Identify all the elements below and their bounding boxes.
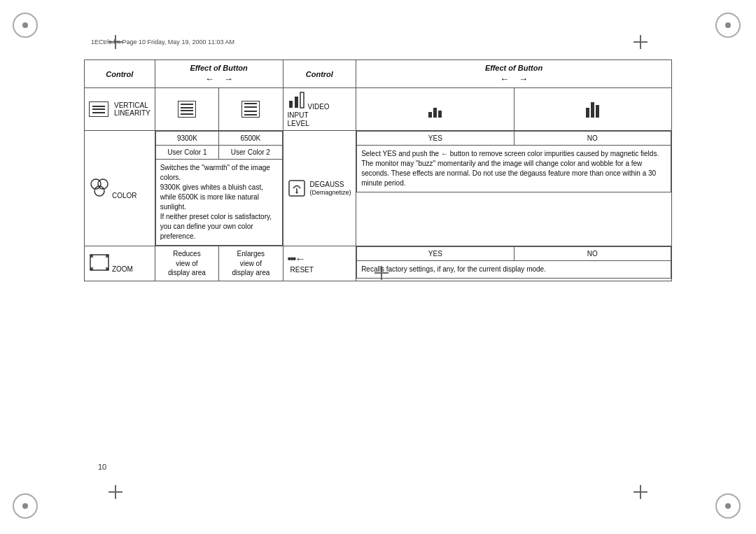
color-desc-row: Switches the "warmth" of the image color… xyxy=(155,160,282,246)
svg-marker-16 xyxy=(90,267,94,270)
video-input-icon xyxy=(288,91,306,109)
table-header-row: Control Effect of Button ← → Control xyxy=(85,60,672,88)
vil-control-cell: VIDEO INPUTLEVEL xyxy=(283,88,356,131)
degauss-no: NO xyxy=(514,132,671,146)
reset-inner-table: YES NO Recalls factory settings, if any,… xyxy=(356,246,671,279)
file-info: 1ECtrls.fm Page 10 Friday, May 19, 2000 … xyxy=(91,38,234,45)
corner-decoration-tl xyxy=(13,13,41,41)
color-user1: User Color 1 xyxy=(155,146,218,160)
vil-before-icon xyxy=(428,99,442,118)
header-control-2: Control xyxy=(283,60,356,88)
arrow-left-1: ← xyxy=(205,73,214,84)
color-description: Switches the "warmth" of the image color… xyxy=(155,160,282,246)
vil-before-cell xyxy=(356,88,514,131)
svg-rect-0 xyxy=(289,101,293,108)
svg-rect-2 xyxy=(300,92,304,108)
zoom-control-cell: ZOOM xyxy=(85,246,155,281)
color-effect-cell: 9300K 6500K User Color 1 User Color 2 Sw… xyxy=(155,131,283,246)
corner-decoration-bl xyxy=(13,493,41,521)
vlin-after-cell xyxy=(219,88,283,131)
vil-after-cell xyxy=(514,88,672,131)
page-number: 10 xyxy=(98,463,106,471)
cross-mark-tr xyxy=(634,35,648,49)
header-effect-2: Effect of Button ← → xyxy=(356,60,672,88)
degauss-yes: YES xyxy=(357,132,514,146)
zoom-label: ZOOM xyxy=(112,265,133,273)
arrow-right-1: → xyxy=(224,73,233,84)
reset-yesno-row: YES NO xyxy=(357,247,671,261)
header-effect-1: Effect of Button ← → xyxy=(155,60,283,88)
vlin-after-icon xyxy=(241,101,260,118)
color-user-row: User Color 1 User Color 2 xyxy=(155,146,282,160)
degauss-yesno-row: YES NO xyxy=(357,132,671,146)
row-linearity: VERTICALLINEARITY xyxy=(85,88,672,131)
color-temp-row: 9300K 6500K xyxy=(155,132,282,146)
reset-no: NO xyxy=(514,247,671,261)
color-inner-table: 9300K 6500K User Color 1 User Color 2 Sw… xyxy=(155,131,283,246)
reset-desc-row: Recalls factory settings, if any, for th… xyxy=(357,261,671,279)
color-6500k: 6500K xyxy=(219,132,282,146)
reset-yes: YES xyxy=(357,247,514,261)
vlin-control-cell: VERTICALLINEARITY xyxy=(85,88,155,131)
degauss-inner-table: YES NO Select YES and push the ← button … xyxy=(356,131,671,192)
header-control-1: Control xyxy=(85,60,155,88)
reset-label: RESET xyxy=(290,266,314,274)
svg-rect-1 xyxy=(295,97,298,108)
degauss-description: Select YES and push the ← button to remo… xyxy=(357,146,671,192)
reset-effect-cell: YES NO Recalls factory settings, if any,… xyxy=(356,246,672,281)
svg-marker-15 xyxy=(105,255,108,258)
color-label: COLOR xyxy=(112,192,137,199)
degauss-effect-cell: YES NO Select YES and push the ← button … xyxy=(356,131,672,246)
main-table-container: Control Effect of Button ← → Control xyxy=(84,59,672,281)
degauss-desc-row: Select YES and push the ← button to remo… xyxy=(357,146,671,192)
page: 1ECtrls.fm Page 10 Friday, May 19, 2000 … xyxy=(0,0,756,534)
controls-table: Control Effect of Button ← → Control xyxy=(84,59,672,281)
svg-marker-14 xyxy=(90,255,94,258)
degauss-label: DEGAUSS(Demagnetize) xyxy=(310,181,351,196)
color-icon xyxy=(89,177,110,198)
color-control-cell: COLOR xyxy=(85,131,155,246)
vlin-before-cell xyxy=(155,88,218,131)
zoom-reduces-text: Reducesview ofdisplay area xyxy=(168,250,206,276)
degauss-control-cell: DEGAUSS(Demagnetize) xyxy=(283,131,356,246)
zoom-icon xyxy=(89,253,110,272)
arrow-right-2: → xyxy=(519,73,528,84)
row-zoom-reset: ZOOM Reducesview ofdisplay area Enlarges… xyxy=(85,246,672,281)
vil-after-icon xyxy=(586,99,599,118)
reset-icon: •••← xyxy=(288,253,352,265)
zoom-reduces-cell: Reducesview ofdisplay area xyxy=(155,246,218,281)
reset-control-cell: •••← RESET xyxy=(283,246,356,281)
svg-point-8 xyxy=(295,192,298,194)
vertical-linearity-icon xyxy=(89,101,108,117)
svg-marker-17 xyxy=(105,267,108,270)
vlin-label: VERTICALLINEARITY xyxy=(114,101,150,117)
corner-decoration-br xyxy=(715,493,743,521)
zoom-enlarges-cell: Enlargesview ofdisplay area xyxy=(219,246,283,281)
zoom-enlarges-text: Enlargesview ofdisplay area xyxy=(232,250,270,276)
degauss-icon xyxy=(288,179,306,197)
color-user2: User Color 2 xyxy=(219,146,282,160)
vlin-before-icon xyxy=(178,101,196,118)
cross-mark-bl xyxy=(108,485,122,499)
color-9300k: 9300K xyxy=(155,132,218,146)
arrow-left-2: ← xyxy=(500,73,509,84)
cross-mark-br xyxy=(634,485,648,499)
row-color-degauss: COLOR 9300K 6500K User Color 1 U xyxy=(85,131,672,246)
reset-description: Recalls factory settings, if any, for th… xyxy=(357,261,671,279)
corner-decoration-tr xyxy=(715,13,743,41)
